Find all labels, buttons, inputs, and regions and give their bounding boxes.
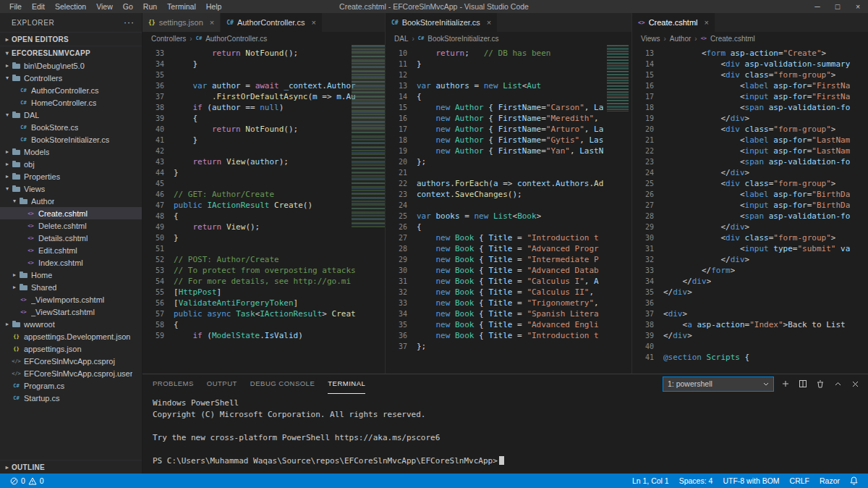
- code-line[interactable]: 20 <div class="form-group">: [632, 124, 868, 135]
- tree-item[interactable]: <>_ViewStart.cshtml: [0, 306, 142, 318]
- tree-item[interactable]: C#AuthorController.cs: [0, 84, 142, 96]
- menu-terminal[interactable]: Terminal: [162, 2, 201, 11]
- code-line[interactable]: 47public IActionResult Create(): [142, 200, 385, 211]
- line-number[interactable]: 43: [142, 156, 174, 167]
- chevron-right-icon[interactable]: ▸: [10, 284, 19, 290]
- line-number[interactable]: 20: [386, 156, 417, 167]
- code-line[interactable]: 53// To protect from overposting attacks: [142, 265, 385, 276]
- code-line[interactable]: 22authors.ForEach(a => context.Authors.A…: [386, 178, 631, 189]
- line-number[interactable]: 56: [142, 298, 174, 308]
- line-number[interactable]: 52: [142, 254, 174, 265]
- code-line[interactable]: 14 <div asp-validation-summary: [632, 59, 868, 70]
- chevron-right-icon[interactable]: ▸: [3, 173, 12, 180]
- tree-item[interactable]: <>Create.cshtml: [0, 207, 142, 219]
- minimize-icon[interactable]: ─: [807, 2, 827, 11]
- pane-3-code[interactable]: 13 <form asp-action="Create">14 <div asp…: [632, 45, 868, 374]
- line-number[interactable]: 37: [142, 91, 174, 102]
- line-number[interactable]: 53: [142, 265, 174, 276]
- tree-item[interactable]: {}appsettings.Development.json: [0, 330, 142, 342]
- tree-item[interactable]: <>Index.cshtml: [0, 256, 142, 269]
- line-number[interactable]: 54: [142, 276, 174, 287]
- code-line[interactable]: 38 <a asp-action="Index">Back to List: [632, 319, 868, 330]
- code-line[interactable]: 32 </div>: [632, 254, 868, 265]
- line-number[interactable]: 24: [632, 167, 663, 178]
- code-line[interactable]: 17 new Author { FirstName="Arturo", La: [386, 124, 631, 135]
- line-number[interactable]: 34: [386, 308, 417, 319]
- pane-2-breadcrumb[interactable]: DAL › C# BookStoreInitializer.cs: [386, 32, 631, 45]
- line-number[interactable]: 34: [632, 276, 663, 287]
- code-line[interactable]: 46// GET: Author/Create: [142, 189, 385, 200]
- line-number[interactable]: 37: [386, 341, 417, 352]
- tab-output[interactable]: OUTPUT: [207, 374, 237, 394]
- line-number[interactable]: 25: [386, 211, 417, 222]
- line-number[interactable]: 41: [142, 135, 174, 146]
- maximize-panel-icon[interactable]: [832, 378, 843, 390]
- tree-item[interactable]: ▾Controllers: [0, 72, 142, 84]
- code-line[interactable]: 37 .FirstOrDefaultAsync(m => m.Au: [142, 91, 385, 102]
- code-line[interactable]: 18 new Author { FirstName="Gytis", Las: [386, 135, 631, 146]
- code-line[interactable]: 57public async Task<IActionResult> Creat: [142, 308, 385, 319]
- encoding-indicator[interactable]: UTF-8 with BOM: [720, 476, 782, 485]
- menu-file[interactable]: File: [4, 2, 27, 11]
- line-number[interactable]: 12: [386, 70, 417, 80]
- chevron-down-icon[interactable]: ▾: [3, 185, 12, 192]
- code-line[interactable]: 35: [142, 70, 385, 80]
- code-line[interactable]: 49 return View();: [142, 222, 385, 232]
- menu-run[interactable]: Run: [138, 2, 162, 11]
- line-number[interactable]: 55: [142, 287, 174, 298]
- line-number[interactable]: 18: [386, 135, 417, 146]
- line-number[interactable]: 19: [386, 146, 417, 156]
- line-number[interactable]: 29: [632, 222, 663, 232]
- code-line[interactable]: 38 if (author == null): [142, 102, 385, 113]
- code-line[interactable]: 30 new Book { Title = "Advanced Datab: [386, 265, 631, 276]
- tree-item[interactable]: ▾Author: [0, 195, 142, 207]
- breadcrumb-item[interactable]: Create.cshtml: [710, 35, 755, 43]
- code-line[interactable]: 40 return NotFound();: [142, 124, 385, 135]
- line-number[interactable]: 23: [386, 189, 417, 200]
- code-line[interactable]: 48{: [142, 211, 385, 222]
- line-number[interactable]: 20: [632, 124, 663, 135]
- breadcrumb-item[interactable]: DAL: [394, 35, 408, 43]
- line-number[interactable]: 47: [142, 200, 174, 211]
- code-line[interactable]: 36 var author = await _context.Author: [142, 80, 385, 91]
- line-number[interactable]: 40: [142, 124, 174, 135]
- terminal-output[interactable]: Windows PowerShellCopyright (C) Microsof…: [142, 393, 868, 474]
- code-line[interactable]: 31 <input type="submit" va: [632, 243, 868, 254]
- line-number[interactable]: 17: [386, 124, 417, 135]
- code-line[interactable]: 40: [632, 341, 868, 352]
- tab-settings-json[interactable]: {} settings.json ×: [142, 13, 221, 32]
- code-line[interactable]: 23 <span asp-validation-fo: [632, 156, 868, 167]
- tree-item[interactable]: C#Program.cs: [0, 379, 142, 392]
- line-number[interactable]: 10: [386, 48, 417, 59]
- code-line[interactable]: 37};: [386, 341, 631, 352]
- code-line[interactable]: 24: [386, 200, 631, 211]
- line-number[interactable]: 41: [632, 352, 663, 363]
- code-line[interactable]: 34 }: [142, 59, 385, 70]
- line-number[interactable]: 38: [632, 319, 663, 330]
- breadcrumb-item[interactable]: Controllers: [151, 35, 186, 43]
- code-line[interactable]: 54// For more details, see http://go.mi: [142, 276, 385, 287]
- tab-create-cshtml[interactable]: <> Create.cshtml ×: [632, 13, 715, 32]
- menu-help[interactable]: Help: [201, 2, 227, 11]
- line-number[interactable]: 40: [632, 341, 663, 352]
- tree-item[interactable]: ▸Properties: [0, 170, 142, 182]
- line-number[interactable]: 34: [142, 59, 174, 70]
- line-number[interactable]: 33: [632, 265, 663, 276]
- pane-1-breadcrumb[interactable]: Controllers › C# AuthorController.cs: [142, 32, 385, 45]
- outline-section[interactable]: ▸ OUTLINE: [0, 460, 142, 474]
- code-line[interactable]: 15 <div class="form-group">: [632, 70, 868, 80]
- problems-indicator[interactable]: 0 0: [7, 476, 47, 485]
- line-number[interactable]: 13: [632, 48, 663, 59]
- line-number[interactable]: 39: [142, 113, 174, 124]
- line-number[interactable]: 18: [632, 102, 663, 113]
- code-line[interactable]: 51: [142, 243, 385, 254]
- chevron-right-icon[interactable]: ▸: [3, 62, 12, 69]
- tree-item[interactable]: ▸wwwroot: [0, 318, 142, 330]
- code-line[interactable]: 35 new Book { Title = "Advanced Engli: [386, 319, 631, 330]
- code-line[interactable]: 22 <input asp-for="LastNam: [632, 146, 868, 156]
- indentation-indicator[interactable]: Spaces: 4: [676, 476, 716, 485]
- tab-authorcontroller-cs[interactable]: C# AuthorController.cs ×: [221, 13, 323, 32]
- code-line[interactable]: 42: [142, 146, 385, 156]
- line-number[interactable]: 31: [632, 243, 663, 254]
- line-number[interactable]: 25: [632, 178, 663, 189]
